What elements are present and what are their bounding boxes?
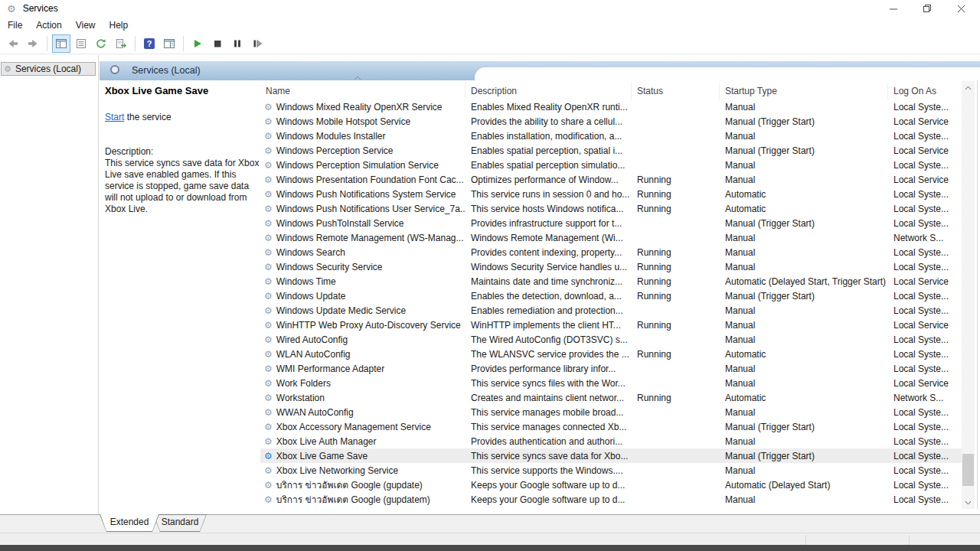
tab-standard[interactable]: Standard <box>153 514 207 532</box>
sidebar-item-services-local[interactable]: ⚙ Services (Local) <box>1 62 96 76</box>
table-row[interactable]: ⚙Xbox Accessory Management ServiceThis s… <box>260 419 962 434</box>
table-row[interactable]: ⚙Xbox Live Auth ManagerProvides authenti… <box>260 434 962 448</box>
service-status: Running <box>632 393 720 403</box>
table-row[interactable]: ⚙Windows UpdateEnables the detection, do… <box>260 289 962 303</box>
table-row[interactable]: ⚙Windows Perception ServiceEnables spati… <box>260 143 962 158</box>
properties-icon <box>75 37 87 50</box>
service-status: Running <box>632 262 720 272</box>
table-row[interactable]: ⚙WinHTTP Web Proxy Auto-Discovery Servic… <box>260 318 962 332</box>
service-startup-type: Automatic <box>720 189 888 200</box>
pause-service-button[interactable] <box>228 34 247 53</box>
table-row[interactable]: ⚙WLAN AutoConfigThe WLANSVC service prov… <box>260 347 962 361</box>
sidebar-item-label: Services (Local) <box>15 64 81 74</box>
service-gear-icon: ⚙ <box>264 132 273 141</box>
service-name: Work Folders <box>276 378 331 389</box>
service-startup-type: Manual <box>720 494 888 505</box>
table-row[interactable]: ⚙Windows Security ServiceWindows Securit… <box>260 259 962 274</box>
service-name: Windows Remote Management (WS-Manag... <box>276 233 464 243</box>
export-list-button[interactable] <box>112 34 130 53</box>
table-row[interactable]: ⚙บริการ ข่าวอัพเดต Google (gupdate)Keeps… <box>260 478 962 492</box>
table-row[interactable]: ⚙WMI Performance AdapterProvides perform… <box>260 361 962 376</box>
table-row[interactable]: ⚙Windows Mobile Hotspot ServiceProvides … <box>260 114 962 129</box>
service-startup-type: Manual <box>720 233 888 243</box>
service-name-cell: ⚙Windows Mobile Hotspot Service <box>260 116 466 127</box>
column-header-status[interactable]: Status <box>632 83 720 99</box>
minimize-button[interactable] <box>877 0 910 17</box>
export-list-icon <box>115 37 127 50</box>
table-row[interactable]: ⚙WWAN AutoConfigThis service manages mob… <box>260 405 962 419</box>
service-gear-icon: ⚙ <box>264 408 273 417</box>
table-row[interactable]: ⚙Windows Remote Management (WS-Manag...W… <box>260 230 962 245</box>
table-row[interactable]: ⚙Windows SearchProvides content indexing… <box>260 245 962 259</box>
service-gear-icon: ⚙ <box>264 350 273 359</box>
scrollbar-thumb[interactable] <box>962 454 974 486</box>
table-row[interactable]: ⚙Windows TimeMaintains date and time syn… <box>260 274 962 289</box>
service-startup-type: Manual <box>720 407 888 418</box>
view-tabstrip: Extended Standard <box>0 514 980 533</box>
scroll-down-button[interactable] <box>962 496 975 509</box>
show-console-tree-button[interactable] <box>52 34 70 53</box>
service-description: This service syncs files with the Wor... <box>466 378 632 389</box>
table-row[interactable]: ⚙Windows Push Notifications System Servi… <box>260 187 962 201</box>
service-log-on-as: Local Syste... <box>888 364 962 374</box>
menu-file[interactable]: File <box>1 18 29 32</box>
service-name: Wired AutoConfig <box>276 334 348 345</box>
table-row[interactable]: ⚙Windows PushToInstall ServiceProvides i… <box>260 216 962 230</box>
show-action-pane-button[interactable] <box>160 34 178 53</box>
chevron-up-icon <box>965 86 972 90</box>
back-button[interactable] <box>4 34 22 53</box>
service-description: Enables installation, modification, a... <box>466 131 632 142</box>
service-name: Xbox Live Auth Manager <box>276 436 377 447</box>
service-startup-type: Manual <box>720 465 888 476</box>
menu-action[interactable]: Action <box>29 18 68 32</box>
restart-service-button[interactable] <box>248 34 266 53</box>
properties-button[interactable] <box>72 34 90 53</box>
start-service-link[interactable]: Start <box>105 112 124 122</box>
table-row[interactable]: ⚙Xbox Live Networking ServiceThis servic… <box>260 463 962 478</box>
service-name: Workstation <box>276 393 325 403</box>
table-row[interactable]: ⚙Windows Mixed Reality OpenXR ServiceEna… <box>260 99 962 114</box>
service-description: This service syncs save data for Xbo... <box>466 451 632 461</box>
table-row[interactable]: ⚙Windows Presentation Foundation Font Ca… <box>260 172 962 187</box>
menu-bar: File Action View Help <box>0 17 980 33</box>
forward-button[interactable] <box>24 34 42 53</box>
menu-help[interactable]: Help <box>103 18 136 32</box>
minimize-icon <box>890 5 898 13</box>
service-name: Windows Update Medic Service <box>276 305 406 316</box>
column-header-startup-type[interactable]: Startup Type <box>720 83 888 99</box>
scroll-up-button[interactable] <box>962 81 975 94</box>
table-row[interactable]: ⚙Windows Modules InstallerEnables instal… <box>260 129 962 143</box>
service-name-cell: ⚙Windows Search <box>260 247 466 258</box>
tab-extended[interactable]: Extended <box>100 514 159 532</box>
column-header-name[interactable]: Name <box>260 83 466 99</box>
table-row[interactable]: ⚙Windows Push Notifications User Service… <box>260 201 962 216</box>
menu-view[interactable]: View <box>69 18 103 32</box>
restore-button[interactable] <box>910 0 944 17</box>
service-name-cell: ⚙Xbox Live Game Save <box>260 451 466 461</box>
service-name: Xbox Live Game Save <box>276 451 368 461</box>
table-row[interactable]: ⚙Xbox Live Game SaveThis service syncs s… <box>260 448 962 463</box>
refresh-button[interactable] <box>92 34 110 53</box>
table-row[interactable]: ⚙Windows Perception Simulation ServiceEn… <box>260 158 962 172</box>
table-row[interactable]: ⚙บริการ ข่าวอัพเดต Google (gupdatem)Keep… <box>260 492 962 507</box>
service-log-on-as: Local Syste... <box>888 204 962 214</box>
table-row[interactable]: ⚙Wired AutoConfigThe Wired AutoConfig (D… <box>260 332 962 347</box>
service-name: Xbox Accessory Management Service <box>276 422 431 432</box>
services-gear-icon: ⚙ <box>4 65 11 73</box>
close-button[interactable] <box>944 0 978 17</box>
column-header-description[interactable]: Description <box>466 83 632 99</box>
help-button[interactable]: ? <box>140 34 158 53</box>
column-header-log-on-as[interactable]: Log On As <box>888 83 962 99</box>
close-icon <box>957 5 965 13</box>
service-description: Provides infrastructure support for t... <box>466 218 632 229</box>
table-row[interactable]: ⚙WorkstationCreates and maintains client… <box>260 390 962 405</box>
service-name: Windows Time <box>276 276 336 287</box>
service-name-cell: ⚙Windows Presentation Foundation Font Ca… <box>260 174 466 185</box>
start-service-button[interactable] <box>188 34 207 53</box>
vertical-scrollbar[interactable] <box>962 81 975 509</box>
table-row[interactable]: ⚙Work FoldersThis service syncs files wi… <box>260 376 962 390</box>
service-name-cell: ⚙Windows PushToInstall Service <box>260 218 466 229</box>
service-gear-icon: ⚙ <box>264 321 273 330</box>
stop-service-button[interactable] <box>208 34 227 53</box>
table-row[interactable]: ⚙Windows Update Medic ServiceEnables rem… <box>260 303 962 318</box>
